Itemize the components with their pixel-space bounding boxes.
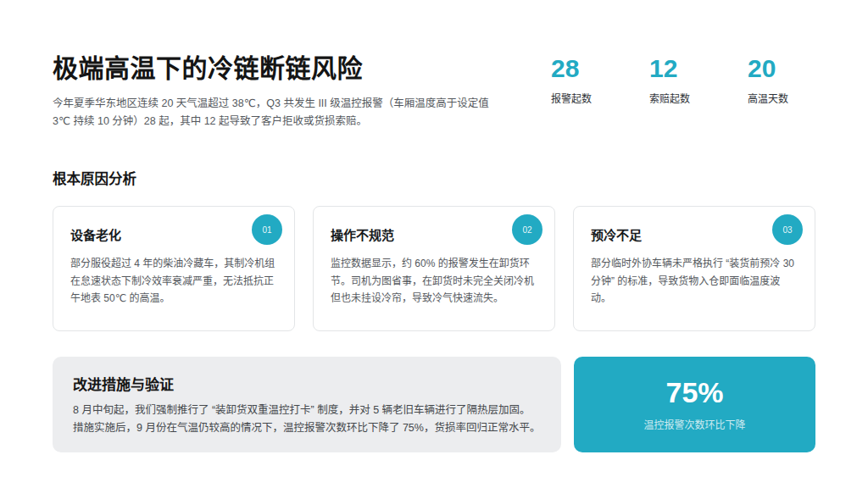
section-heading-root-cause: 根本原因分析 [53, 168, 815, 188]
card-index-badge: 03 [772, 214, 803, 245]
card-header: 设备老化 01 [70, 214, 282, 245]
card-body: 部分临时外协车辆未严格执行 “装货前预冷 30 分钟” 的标准，导致货物入仓即面… [591, 255, 803, 308]
card-header: 预冷不足 03 [591, 214, 803, 245]
page-subtitle: 今年夏季华东地区连续 20 天气温超过 38℃，Q3 共发生 III 级温控报警… [53, 95, 489, 131]
slide-page: 极端高温下的冷链断链风险 今年夏季华东地区连续 20 天气温超过 38℃，Q3 … [0, 0, 868, 488]
stat-alarm-count: 28 报警起数 [551, 56, 649, 105]
highlight-label: 温控报警次数环比下降 [643, 417, 745, 431]
stat-value: 20 [748, 56, 788, 81]
stat-claim-count: 12 索赔起数 [649, 56, 748, 105]
root-cause-cards: 设备老化 01 部分服役超过 4 年的柴油冷藏车，其制冷机组在怠速状态下制冷效率… [53, 206, 815, 331]
card-body: 监控数据显示，约 60% 的报警发生在卸货环节。司机为图省事，在卸货时未完全关闭… [331, 255, 542, 308]
card-body: 部分服役超过 4 年的柴油冷藏车，其制冷机组在怠速状态下制冷效率衰减严重，无法抵… [70, 255, 282, 308]
improvement-body: 8 月中旬起，我们强制推行了 “装卸货双重温控打卡” 制度，并对 5 辆老旧车辆… [73, 402, 541, 438]
highlight-value: 75% [665, 378, 723, 407]
card-header: 操作不规范 02 [331, 214, 542, 245]
root-cause-card-insufficient-precooling: 预冷不足 03 部分临时外协车辆未严格执行 “装货前预冷 30 分钟” 的标准，… [573, 206, 815, 331]
page-title: 极端高温下的冷链断链风险 [53, 54, 489, 84]
stat-value: 28 [551, 56, 649, 81]
stat-label: 索赔起数 [649, 91, 748, 105]
card-title: 设备老化 [70, 217, 121, 243]
highlight-panel: 75% 温控报警次数环比下降 [574, 357, 815, 452]
root-cause-card-equipment-aging: 设备老化 01 部分服役超过 4 年的柴油冷藏车，其制冷机组在怠速状态下制冷效率… [53, 206, 295, 331]
header: 极端高温下的冷链断链风险 今年夏季华东地区连续 20 天气温超过 38℃，Q3 … [53, 54, 815, 130]
card-title: 操作不规范 [331, 217, 394, 243]
bottom-row: 改进措施与验证 8 月中旬起，我们强制推行了 “装卸货双重温控打卡” 制度，并对… [53, 357, 815, 452]
improvement-panel: 改进措施与验证 8 月中旬起，我们强制推行了 “装卸货双重温控打卡” 制度，并对… [53, 357, 561, 452]
stat-value: 12 [649, 56, 748, 81]
card-index-badge: 02 [512, 214, 542, 245]
card-index-badge: 01 [252, 214, 282, 245]
improvement-heading: 改进措施与验证 [73, 373, 541, 394]
kpi-stats: 28 报警起数 12 索赔起数 20 高温天数 [551, 54, 815, 105]
stat-hot-days: 20 高温天数 [748, 56, 788, 105]
stat-label: 报警起数 [551, 91, 649, 105]
stat-label: 高温天数 [748, 91, 788, 105]
root-cause-card-improper-operation: 操作不规范 02 监控数据显示，约 60% 的报警发生在卸货环节。司机为图省事，… [313, 206, 555, 331]
card-title: 预冷不足 [591, 217, 642, 243]
title-block: 极端高温下的冷链断链风险 今年夏季华东地区连续 20 天气温超过 38℃，Q3 … [53, 54, 489, 130]
